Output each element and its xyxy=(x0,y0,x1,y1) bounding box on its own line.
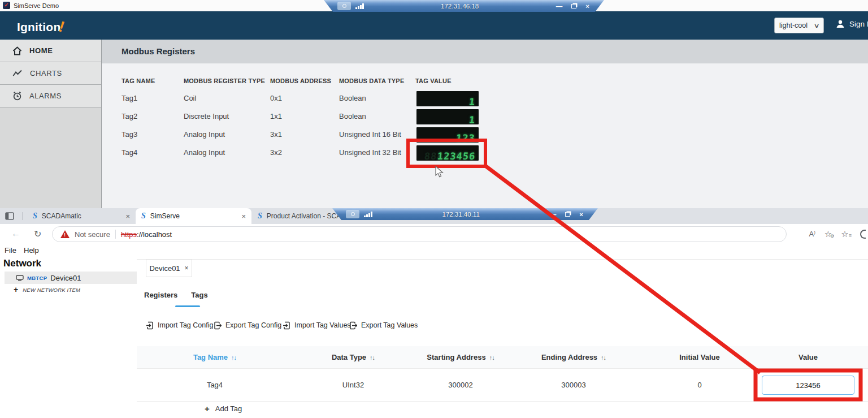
close-doc-tab-icon[interactable]: × xyxy=(185,264,189,272)
column-header-ending-address[interactable]: Ending Address↑↓ xyxy=(517,346,630,369)
sign-in-label: Sign In xyxy=(849,20,868,28)
led-display: 81 xyxy=(416,91,479,106)
add-tag-row: + Add Tag xyxy=(137,402,868,418)
url-rest: ://localhost xyxy=(137,230,172,239)
import-tag-values-button[interactable]: Import Tag Values xyxy=(283,318,351,333)
column-header-data-type[interactable]: Data Type↑↓ xyxy=(297,346,410,369)
network-panel: Network MBTCP Device01 + NEW NETWORK ITE… xyxy=(0,257,137,418)
tag-name: Tag2 xyxy=(121,107,137,126)
action-label: Export Tag Config xyxy=(225,321,281,329)
cell-tag-name: Tag4 xyxy=(158,369,271,402)
tab-workspaces-icon[interactable] xyxy=(5,211,15,221)
export-tag-values-button[interactable]: Export Tag Values xyxy=(349,318,418,333)
rdp-connection-bar-top: 172.31.46.18 — × xyxy=(324,0,604,12)
menu-file[interactable]: File xyxy=(5,246,16,255)
sort-icon[interactable]: ↑↓ xyxy=(601,354,606,361)
back-icon[interactable]: ← xyxy=(11,229,20,239)
window-title: SimServe Demo xyxy=(14,2,59,9)
modbus-table-header: TAG NAME MODBUS REGISTER TYPE MODBUS ADD… xyxy=(102,74,868,88)
sidebar-item-charts[interactable]: CHARTS xyxy=(0,62,101,85)
page-title: Modbus Registers xyxy=(121,40,195,63)
column-header-starting-address[interactable]: Starting Address↑↓ xyxy=(404,346,517,369)
sidebar-item-alarms[interactable]: ALARMS xyxy=(0,85,101,107)
device01-document-tab[interactable]: Device01 × xyxy=(146,259,192,277)
restore-icon[interactable] xyxy=(565,212,570,217)
sort-icon[interactable]: ↑↓ xyxy=(231,354,236,361)
led-display: 888123 xyxy=(416,127,479,143)
modbus-address: 0x1 xyxy=(270,89,282,107)
device-name: Device01 xyxy=(50,274,81,282)
url-scheme: https xyxy=(121,230,137,239)
collections-icon[interactable]: ☆≡ xyxy=(841,229,851,239)
cell-ending-address: 300003 xyxy=(517,369,630,402)
tag-name: Tag3 xyxy=(121,126,137,144)
rdp-window-controls: — × xyxy=(550,211,583,218)
network-tree-device01[interactable]: MBTCP Device01 xyxy=(5,272,137,284)
sidebar-item-label: CHARTS xyxy=(30,69,62,77)
screenshot-stage: ✓ SimServe Demo Ignition! light-cool ∨ S… xyxy=(0,0,868,418)
sign-in-button[interactable]: Sign In xyxy=(835,19,868,29)
add-tag-button[interactable]: + Add Tag xyxy=(205,404,242,413)
favorites-star-icon[interactable]: ☆⚙ xyxy=(824,229,832,239)
chevron-down-icon: ∨ xyxy=(813,22,819,29)
read-aloud-icon[interactable]: A) xyxy=(809,230,815,238)
restore-icon[interactable] xyxy=(571,4,576,8)
column-header: TAG VALUE xyxy=(415,74,452,88)
close-tab-icon[interactable]: × xyxy=(125,212,130,221)
url-divider xyxy=(115,230,116,239)
not-secure-warning-icon: ! xyxy=(60,230,70,238)
led-value: 123456 xyxy=(436,147,476,161)
column-header-tag-name[interactable]: Tag Name↑↓ xyxy=(158,346,271,369)
ignition-logo: Ignition! xyxy=(17,18,66,35)
new-network-item-button[interactable]: + NEW NETWORK ITEM xyxy=(14,285,80,294)
refresh-icon[interactable]: ↻ xyxy=(34,229,41,239)
export-tag-config-button[interactable]: Export Tag Config xyxy=(214,318,281,333)
rdp-pin-icon[interactable] xyxy=(346,210,359,218)
minimize-icon[interactable]: — xyxy=(556,3,563,10)
profile-icon-cut[interactable] xyxy=(860,230,866,239)
rdp-signal-icon xyxy=(355,3,364,9)
tab-registers[interactable]: Registers xyxy=(144,291,177,299)
browser-address-bar: ← ↻ ! Not secure https://localhost A) ☆⚙… xyxy=(0,224,868,245)
led-display: 81 xyxy=(416,109,479,124)
tab-title: SimServe xyxy=(150,212,180,220)
close-tab-icon[interactable]: × xyxy=(241,212,246,221)
register-type: Discrete Input xyxy=(184,107,229,126)
import-tag-config-button[interactable]: Import Tag Config xyxy=(146,318,213,333)
tab-title: SCADAmatic xyxy=(42,212,81,220)
close-icon[interactable]: × xyxy=(585,3,589,10)
doc-tab-label: Device01 xyxy=(149,264,180,273)
device-protocol-badge: MBTCP xyxy=(27,275,47,281)
action-label: Export Tag Values xyxy=(361,321,418,329)
modbus-address: 3x2 xyxy=(270,144,282,162)
menu-help[interactable]: Help xyxy=(24,246,39,255)
tab-tags[interactable]: Tags xyxy=(191,291,207,299)
sidebar-item-home[interactable]: HOME xyxy=(0,40,101,62)
device-icon xyxy=(16,275,24,281)
minimize-icon[interactable]: — xyxy=(550,211,557,218)
theme-dropdown[interactable]: light-cool ∨ xyxy=(774,18,824,33)
tag-value-input[interactable] xyxy=(762,376,854,395)
scadamatic-favicon: S xyxy=(33,212,37,221)
rdp-pin-icon[interactable] xyxy=(337,2,351,10)
browser-tab-scadamatic[interactable]: S SCADAmatic × xyxy=(27,208,136,224)
led-display-highlighted: 88888888123456 xyxy=(416,145,479,161)
column-header: MODBUS ADDRESS xyxy=(270,74,331,88)
import-icon xyxy=(283,321,290,330)
url-field[interactable]: ! Not secure https://localhost xyxy=(52,226,787,242)
tab-strip-line xyxy=(137,259,868,260)
app-icon: ✓ xyxy=(3,2,10,9)
simserve-demo-window: ✓ SimServe Demo Ignition! light-cool ∨ S… xyxy=(0,0,868,208)
url-text: https://localhost xyxy=(121,230,172,239)
export-icon xyxy=(349,321,357,330)
sort-icon[interactable]: ↑↓ xyxy=(370,354,375,361)
close-icon[interactable]: × xyxy=(579,211,583,218)
import-icon xyxy=(146,321,154,330)
column-header: MODBUS DATA TYPE xyxy=(339,74,404,88)
product-activation-favicon: S xyxy=(258,212,262,221)
address-bar-actions: A) ☆⚙ ☆≡ xyxy=(809,226,868,242)
tag-actions-toolbar: Import Tag Config Export Tag Config Impo… xyxy=(137,318,868,333)
browser-tab-simserve[interactable]: S SimServe × xyxy=(136,208,251,224)
sort-icon[interactable]: ↑↓ xyxy=(489,354,494,361)
browser-window: S SCADAmatic × S SimServe × S Product Ac… xyxy=(0,208,868,418)
